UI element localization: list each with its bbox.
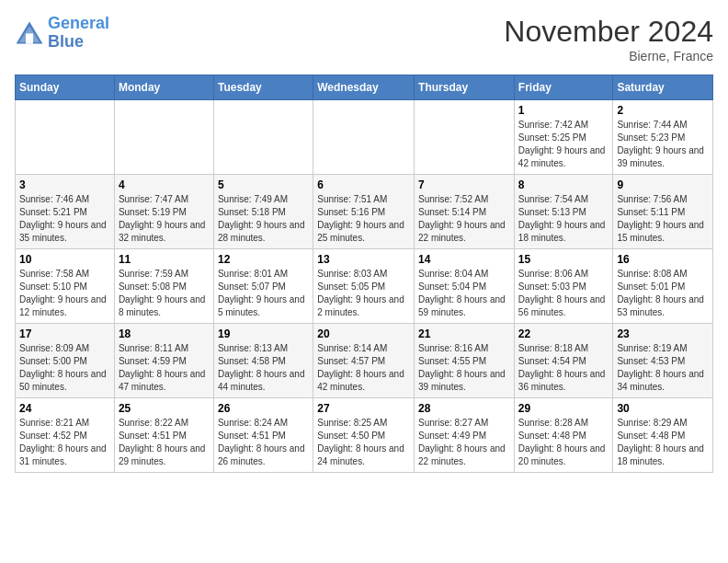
weekday-header: Wednesday <box>313 75 415 100</box>
calendar-cell: 10Sunrise: 7:58 AM Sunset: 5:10 PM Dayli… <box>16 249 115 324</box>
day-number: 1 <box>518 104 609 117</box>
day-number: 23 <box>617 327 709 340</box>
logo-icon <box>15 20 44 46</box>
day-info: Sunrise: 7:58 AM Sunset: 5:10 PM Dayligh… <box>19 268 110 319</box>
calendar-cell <box>114 100 213 175</box>
day-number: 18 <box>119 327 210 340</box>
calendar-cell: 11Sunrise: 7:59 AM Sunset: 5:08 PM Dayli… <box>114 249 213 324</box>
day-number: 22 <box>518 327 609 340</box>
weekday-header-row: SundayMondayTuesdayWednesdayThursdayFrid… <box>16 75 713 100</box>
weekday-header: Friday <box>514 75 613 100</box>
title-block: November 2024 Bierne, France <box>504 15 713 63</box>
day-info: Sunrise: 8:13 AM Sunset: 4:58 PM Dayligh… <box>218 342 309 394</box>
weekday-header: Saturday <box>613 75 713 100</box>
day-info: Sunrise: 8:16 AM Sunset: 4:55 PM Dayligh… <box>418 342 510 394</box>
location: Bierne, France <box>504 49 713 63</box>
calendar-cell: 25Sunrise: 8:22 AM Sunset: 4:51 PM Dayli… <box>114 398 213 473</box>
weekday-header: Tuesday <box>213 75 313 100</box>
day-info: Sunrise: 8:09 AM Sunset: 5:00 PM Dayligh… <box>19 342 110 394</box>
day-info: Sunrise: 8:06 AM Sunset: 5:03 PM Dayligh… <box>518 268 609 319</box>
calendar-cell: 14Sunrise: 8:04 AM Sunset: 5:04 PM Dayli… <box>415 249 515 324</box>
calendar-cell <box>213 100 313 175</box>
calendar-cell: 8Sunrise: 7:54 AM Sunset: 5:13 PM Daylig… <box>514 175 613 249</box>
calendar-cell: 28Sunrise: 8:27 AM Sunset: 4:49 PM Dayli… <box>415 398 515 473</box>
day-number: 19 <box>218 327 309 340</box>
day-number: 25 <box>119 402 210 415</box>
calendar-week-row: 24Sunrise: 8:21 AM Sunset: 4:52 PM Dayli… <box>16 398 713 473</box>
calendar-cell: 24Sunrise: 8:21 AM Sunset: 4:52 PM Dayli… <box>16 398 115 473</box>
calendar-cell: 9Sunrise: 7:56 AM Sunset: 5:11 PM Daylig… <box>613 175 713 249</box>
day-number: 16 <box>617 253 709 266</box>
calendar-cell: 18Sunrise: 8:11 AM Sunset: 4:59 PM Dayli… <box>114 324 213 398</box>
day-info: Sunrise: 7:54 AM Sunset: 5:13 PM Dayligh… <box>518 193 609 245</box>
day-info: Sunrise: 7:47 AM Sunset: 5:19 PM Dayligh… <box>119 193 210 245</box>
month-title: November 2024 <box>504 15 713 49</box>
day-number: 27 <box>317 402 410 415</box>
calendar-cell: 13Sunrise: 8:03 AM Sunset: 5:05 PM Dayli… <box>313 249 415 324</box>
calendar-table: SundayMondayTuesdayWednesdayThursdayFrid… <box>15 75 713 473</box>
day-number: 29 <box>518 402 609 415</box>
day-info: Sunrise: 8:25 AM Sunset: 4:50 PM Dayligh… <box>317 417 410 468</box>
calendar-cell: 7Sunrise: 7:52 AM Sunset: 5:14 PM Daylig… <box>415 175 515 249</box>
day-number: 4 <box>119 178 210 191</box>
day-number: 5 <box>218 178 309 191</box>
calendar-cell: 29Sunrise: 8:28 AM Sunset: 4:48 PM Dayli… <box>514 398 613 473</box>
day-info: Sunrise: 8:18 AM Sunset: 4:54 PM Dayligh… <box>518 342 609 394</box>
day-info: Sunrise: 7:59 AM Sunset: 5:08 PM Dayligh… <box>119 268 210 319</box>
calendar-cell: 22Sunrise: 8:18 AM Sunset: 4:54 PM Dayli… <box>514 324 613 398</box>
calendar-cell: 21Sunrise: 8:16 AM Sunset: 4:55 PM Dayli… <box>415 324 515 398</box>
day-number: 30 <box>617 402 709 415</box>
day-number: 12 <box>218 253 309 266</box>
calendar-cell: 2Sunrise: 7:44 AM Sunset: 5:23 PM Daylig… <box>613 100 713 175</box>
day-number: 21 <box>418 327 510 340</box>
day-info: Sunrise: 8:21 AM Sunset: 4:52 PM Dayligh… <box>19 417 110 468</box>
day-info: Sunrise: 7:44 AM Sunset: 5:23 PM Dayligh… <box>617 119 709 170</box>
day-info: Sunrise: 7:52 AM Sunset: 5:14 PM Dayligh… <box>418 193 510 245</box>
weekday-header: Thursday <box>415 75 515 100</box>
svg-rect-2 <box>26 33 33 43</box>
day-info: Sunrise: 7:49 AM Sunset: 5:18 PM Dayligh… <box>218 193 309 245</box>
calendar-cell: 30Sunrise: 8:29 AM Sunset: 4:48 PM Dayli… <box>613 398 713 473</box>
calendar-week-row: 10Sunrise: 7:58 AM Sunset: 5:10 PM Dayli… <box>16 249 713 324</box>
calendar-cell: 6Sunrise: 7:51 AM Sunset: 5:16 PM Daylig… <box>313 175 415 249</box>
day-number: 11 <box>119 253 210 266</box>
calendar-cell: 27Sunrise: 8:25 AM Sunset: 4:50 PM Dayli… <box>313 398 415 473</box>
calendar-cell: 19Sunrise: 8:13 AM Sunset: 4:58 PM Dayli… <box>213 324 313 398</box>
logo-text: General Blue <box>48 15 109 52</box>
day-number: 28 <box>418 402 510 415</box>
day-info: Sunrise: 8:24 AM Sunset: 4:51 PM Dayligh… <box>218 417 309 468</box>
day-number: 2 <box>617 104 709 117</box>
day-number: 6 <box>317 178 410 191</box>
calendar-cell: 1Sunrise: 7:42 AM Sunset: 5:25 PM Daylig… <box>514 100 613 175</box>
day-info: Sunrise: 7:56 AM Sunset: 5:11 PM Dayligh… <box>617 193 709 245</box>
calendar-week-row: 1Sunrise: 7:42 AM Sunset: 5:25 PM Daylig… <box>16 100 713 175</box>
day-number: 17 <box>19 327 110 340</box>
day-number: 7 <box>418 178 510 191</box>
calendar-cell: 16Sunrise: 8:08 AM Sunset: 5:01 PM Dayli… <box>613 249 713 324</box>
calendar-cell: 17Sunrise: 8:09 AM Sunset: 5:00 PM Dayli… <box>16 324 115 398</box>
calendar-cell <box>415 100 515 175</box>
day-number: 24 <box>19 402 110 415</box>
day-number: 10 <box>19 253 110 266</box>
day-number: 3 <box>19 178 110 191</box>
day-info: Sunrise: 8:04 AM Sunset: 5:04 PM Dayligh… <box>418 268 510 319</box>
day-info: Sunrise: 8:29 AM Sunset: 4:48 PM Dayligh… <box>617 417 709 468</box>
calendar-cell: 4Sunrise: 7:47 AM Sunset: 5:19 PM Daylig… <box>114 175 213 249</box>
calendar-cell: 3Sunrise: 7:46 AM Sunset: 5:21 PM Daylig… <box>16 175 115 249</box>
day-info: Sunrise: 7:42 AM Sunset: 5:25 PM Dayligh… <box>518 119 609 170</box>
day-number: 14 <box>418 253 510 266</box>
day-info: Sunrise: 8:19 AM Sunset: 4:53 PM Dayligh… <box>617 342 709 394</box>
day-number: 8 <box>518 178 609 191</box>
calendar-cell: 15Sunrise: 8:06 AM Sunset: 5:03 PM Dayli… <box>514 249 613 324</box>
day-info: Sunrise: 8:11 AM Sunset: 4:59 PM Dayligh… <box>119 342 210 394</box>
calendar-cell: 12Sunrise: 8:01 AM Sunset: 5:07 PM Dayli… <box>213 249 313 324</box>
day-number: 20 <box>317 327 410 340</box>
day-info: Sunrise: 8:27 AM Sunset: 4:49 PM Dayligh… <box>418 417 510 468</box>
calendar-cell <box>16 100 115 175</box>
day-info: Sunrise: 7:46 AM Sunset: 5:21 PM Dayligh… <box>19 193 110 245</box>
calendar-week-row: 3Sunrise: 7:46 AM Sunset: 5:21 PM Daylig… <box>16 175 713 249</box>
calendar-cell: 5Sunrise: 7:49 AM Sunset: 5:18 PM Daylig… <box>213 175 313 249</box>
day-info: Sunrise: 8:03 AM Sunset: 5:05 PM Dayligh… <box>317 268 410 319</box>
day-number: 26 <box>218 402 309 415</box>
calendar-cell <box>313 100 415 175</box>
